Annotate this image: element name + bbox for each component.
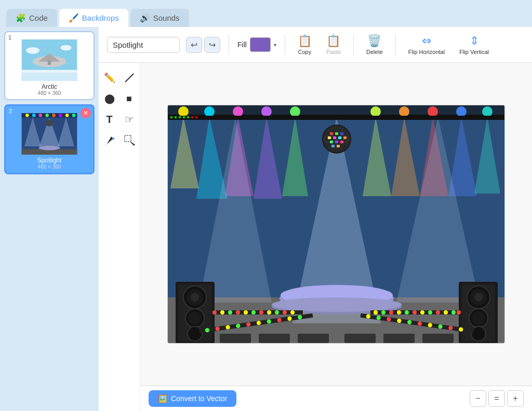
svg-point-36 [178,106,189,117]
divider-4 [395,34,396,55]
svg-point-114 [374,310,378,314]
select-tool[interactable]: ☞ [121,111,138,128]
tool-sidebar: ✏️ ⬤ ■ T ☞ [99,63,140,411]
line-tool[interactable] [121,69,138,87]
backdrop-number-2: 2 [9,108,12,114]
zoom-in-button[interactable]: + [507,390,524,407]
svg-rect-69 [335,132,338,135]
redo-button[interactable]: ↪ [204,37,220,53]
delete-action[interactable]: 🗑️ Delete [362,32,387,57]
svg-rect-65 [195,116,197,118]
tab-backdrops[interactable]: 🖌️ Backdrops [59,9,128,27]
convert-label: Convert to Vector [171,394,227,403]
undo-button[interactable]: ↩ [186,37,202,53]
svg-rect-151 [344,334,376,343]
svg-rect-58 [168,116,505,120]
backdrop-thumb-arctic [8,39,90,81]
svg-rect-74 [343,136,347,139]
backdrop-item-arctic[interactable]: 1 Arctic 480 × 360 [4,31,95,100]
tab-sounds-label: Sounds [153,13,180,22]
svg-point-24 [47,120,52,126]
svg-point-121 [428,310,432,314]
svg-point-11 [32,114,35,117]
tab-bar: 🧩 Code 🖌️ Backdrops 🔊 Sounds [0,0,532,27]
copy-icon: 📋 [298,34,312,48]
svg-point-124 [451,310,456,314]
sound-icon: 🔊 [140,13,150,23]
zoom-out-button[interactable]: − [470,390,486,407]
tool-row-1: ✏️ [101,69,138,87]
svg-rect-59 [170,116,172,118]
rect-tool[interactable]: ■ [121,90,138,107]
svg-point-103 [220,310,224,314]
tab-code-label: Code [29,13,48,22]
undo-redo-group: ↩ ↪ [186,37,220,53]
svg-point-112 [290,310,295,314]
svg-point-12 [39,114,42,117]
flip-h-icon: ⇔ [422,34,431,48]
zoom-reset-button[interactable]: = [488,390,505,407]
svg-point-7 [60,45,71,51]
svg-point-116 [389,310,393,314]
svg-rect-62 [183,116,185,118]
svg-point-120 [420,310,424,314]
divider-2 [285,34,285,55]
zoom-controls: − = + [470,390,524,407]
brush-tool[interactable]: ✏️ [101,69,118,87]
divider-1 [229,34,229,55]
convert-to-vector-button[interactable]: 🖼️ Convert to Vector [149,390,236,407]
svg-rect-76 [335,141,338,143]
svg-rect-2 [22,73,77,81]
flip-horizontal-action[interactable]: ⇔ Flip Horizontal [404,32,449,57]
delete-backdrop-badge[interactable]: ✕ [81,108,91,118]
paste-action[interactable]: 📋 Paste [322,32,345,57]
svg-point-110 [275,310,279,314]
svg-point-123 [444,310,448,314]
svg-rect-149 [259,334,290,343]
svg-point-86 [188,311,202,325]
svg-point-95 [471,326,486,341]
marquee-tool[interactable] [121,131,138,149]
svg-point-42 [261,106,272,117]
svg-point-53 [456,106,467,117]
stage-svg [168,105,505,344]
tool-row-2: ⬤ ■ [101,90,138,107]
main-content: 1 Arctic 480 × 360 [0,27,532,411]
svg-rect-33 [168,105,505,116]
svg-rect-72 [333,136,336,139]
svg-point-108 [259,310,263,314]
fill-color-swatch[interactable] [250,37,271,52]
svg-rect-70 [340,132,343,135]
code-icon: 🧩 [16,13,26,23]
svg-point-17 [72,114,75,117]
copy-action[interactable]: 📋 Copy [294,32,316,57]
fill-arrow-icon[interactable]: ▾ [274,42,276,48]
divider-3 [353,34,354,55]
paste-icon: 📋 [326,34,340,48]
text-tool[interactable]: T [101,111,118,128]
stage-canvas[interactable] [167,105,505,344]
svg-rect-152 [383,334,415,343]
svg-point-14 [52,114,55,117]
svg-rect-68 [330,132,333,135]
svg-rect-77 [340,141,343,143]
svg-point-104 [228,310,232,314]
canvas-area: 🖼️ Convert to Vector − = + [140,63,532,411]
backdrop-item-spotlight[interactable]: 2 ✕ [4,104,95,174]
brush-tab-icon: 🖌️ [69,13,79,23]
svg-point-15 [59,114,62,117]
backdrop-name-input[interactable] [107,37,180,53]
backdrop-label-arctic: Arctic 480 × 360 [8,83,90,96]
flip-h-label: Flip Horizontal [408,49,445,55]
fill-label: Fill [237,40,247,49]
flip-vertical-action[interactable]: ⇕ Flip Vertical [455,32,493,57]
svg-rect-79 [337,145,340,147]
svg-rect-73 [338,136,341,139]
tab-code[interactable]: 🧩 Code [6,9,57,27]
svg-point-49 [399,106,409,117]
delete-icon: 🗑️ [367,34,381,48]
svg-marker-26 [105,136,113,146]
circle-tool[interactable]: ⬤ [101,90,118,107]
fill-tool[interactable] [101,131,118,149]
tab-sounds[interactable]: 🔊 Sounds [130,9,189,27]
